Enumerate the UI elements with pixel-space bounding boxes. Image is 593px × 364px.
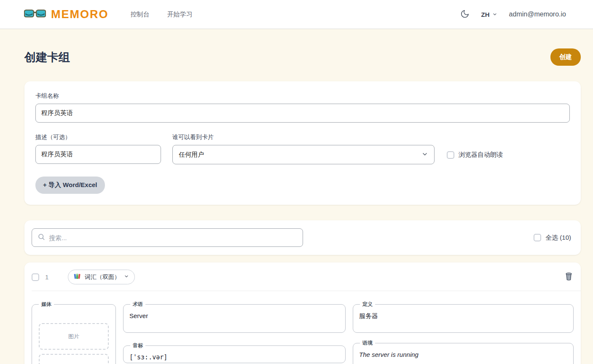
card-divider xyxy=(32,291,581,291)
top-nav: 控制台 开始学习 xyxy=(131,11,193,19)
search-box xyxy=(32,228,303,247)
create-deck-button[interactable]: 创建 xyxy=(550,48,581,66)
phonetic-input[interactable]: ['sɜ:.vər] xyxy=(129,352,340,361)
moon-icon xyxy=(460,9,470,20)
card-fields-grid: 媒体 图片 音频 术语 Server 音标 ['sɜ:.vər] 提示 xyxy=(32,301,574,364)
media-legend: 媒体 xyxy=(39,301,54,308)
card-item: 1 词汇（双面） xyxy=(24,262,581,364)
description-label: 描述（可选） xyxy=(35,134,161,141)
term-input[interactable]: Server xyxy=(129,310,340,320)
card-type-label: 词汇（双面） xyxy=(85,273,120,281)
select-all-label: 全选 (10) xyxy=(545,234,571,242)
theme-toggle-button[interactable] xyxy=(460,9,470,20)
top-right-group: ZH admin@memoro.io xyxy=(460,9,566,20)
card-item-header: 1 词汇（双面） xyxy=(32,270,574,284)
description-field-group: 描述（可选） xyxy=(35,134,161,164)
context-legend: 语境 xyxy=(360,340,375,347)
media-fieldset: 媒体 图片 音频 xyxy=(32,301,116,364)
context-input[interactable]: The server is running xyxy=(358,349,568,359)
visibility-select[interactable]: 任何用户 xyxy=(172,145,435,164)
import-word-excel-button[interactable]: + 导入 Word/Excel xyxy=(35,177,105,194)
tts-label: 浏览器自动朗读 xyxy=(459,151,503,159)
language-code: ZH xyxy=(481,11,490,18)
top-bar: MEMORO 控制台 开始学习 ZH admin@memoro.io xyxy=(0,0,593,29)
delete-card-button[interactable] xyxy=(564,271,574,283)
deck-name-input[interactable] xyxy=(35,104,570,123)
media-column: 媒体 图片 音频 xyxy=(32,301,116,364)
chevron-down-icon xyxy=(492,11,497,18)
chevron-down-icon xyxy=(124,274,129,280)
visibility-field-group: 谁可以看到卡片 任何用户 xyxy=(172,134,435,164)
term-legend: 术语 xyxy=(130,301,145,308)
trash-icon xyxy=(565,276,573,282)
deck-name-label: 卡组名称 xyxy=(35,92,570,100)
search-icon xyxy=(38,233,45,242)
account-email[interactable]: admin@memoro.io xyxy=(509,11,566,18)
card-index: 1 xyxy=(45,273,56,281)
phonetic-fieldset: 音标 ['sɜ:.vər] xyxy=(123,342,346,363)
search-toolbar-card: 全选 (10) xyxy=(24,220,581,255)
nav-dashboard[interactable]: 控制台 xyxy=(131,11,150,19)
chevron-down-icon xyxy=(421,151,428,159)
card-checkbox[interactable] xyxy=(32,273,39,281)
select-all-group: 全选 (10) xyxy=(534,234,574,242)
card-type-dropdown[interactable]: 词汇（双面） xyxy=(68,270,135,284)
context-fieldset: 语境 The server is running xyxy=(353,340,574,364)
books-icon xyxy=(74,273,81,281)
image-upload-dropzone[interactable]: 图片 xyxy=(39,323,109,350)
phonetic-legend: 音标 xyxy=(130,342,145,349)
glasses-icon xyxy=(24,9,46,20)
page-title: 创建卡组 xyxy=(24,50,70,65)
definition-legend: 定义 xyxy=(360,301,375,308)
select-all-checkbox[interactable] xyxy=(534,234,541,241)
main-content: 创建卡组 创建 卡组名称 描述（可选） 谁可以看到卡片 任何用户 xyxy=(24,48,581,364)
language-selector[interactable]: ZH xyxy=(481,11,497,18)
audio-upload-dropzone[interactable]: 音频 xyxy=(39,354,109,364)
term-fieldset: 术语 Server xyxy=(123,301,346,333)
description-input[interactable] xyxy=(35,145,161,164)
deck-form-row: 描述（可选） 谁可以看到卡片 任何用户 浏览器自动朗读 xyxy=(35,134,570,164)
term-column: 术语 Server 音标 ['sɜ:.vər] 提示 xyxy=(123,301,346,364)
deck-form-card: 卡组名称 描述（可选） 谁可以看到卡片 任何用户 xyxy=(24,81,581,205)
visibility-selected-value: 任何用户 xyxy=(179,151,421,159)
definition-column: 定义 服务器 语境 The server is running xyxy=(353,301,574,364)
definition-fieldset: 定义 服务器 xyxy=(353,301,574,333)
tts-checkbox[interactable] xyxy=(447,151,454,159)
search-input[interactable] xyxy=(49,234,297,241)
tts-checkbox-group: 浏览器自动朗读 xyxy=(447,151,503,159)
brand-logo[interactable]: MEMORO xyxy=(24,8,109,21)
visibility-label: 谁可以看到卡片 xyxy=(172,134,435,141)
title-row: 创建卡组 创建 xyxy=(24,48,581,66)
definition-input[interactable]: 服务器 xyxy=(358,310,568,320)
nav-start-learning[interactable]: 开始学习 xyxy=(167,11,193,19)
brand-name: MEMORO xyxy=(51,8,109,21)
